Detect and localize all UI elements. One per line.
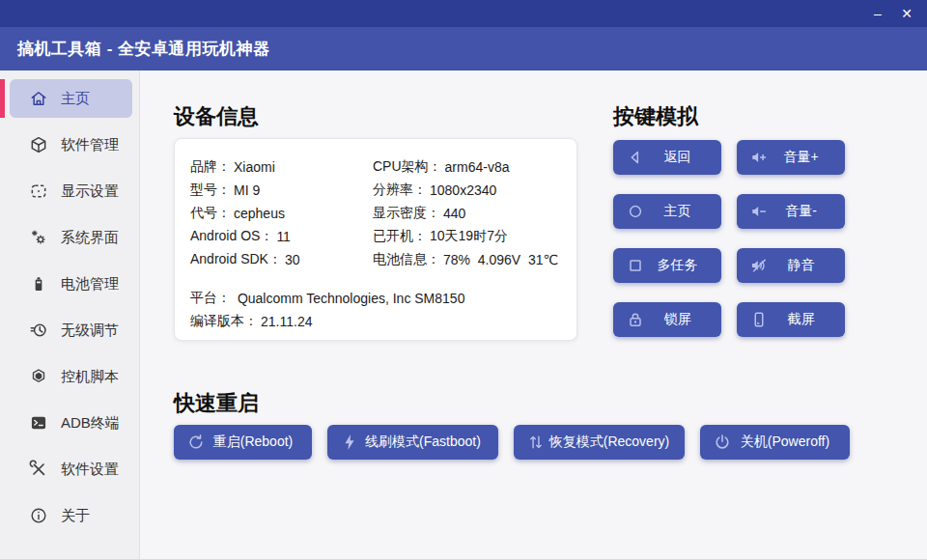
android-sdk-row: Android SDK：30 bbox=[190, 248, 300, 271]
screenshot-button[interactable]: 截屏 bbox=[737, 302, 845, 337]
sidebar: 主页 软件管理 显示设置 系统界面 bbox=[0, 70, 140, 559]
tools-icon bbox=[29, 460, 48, 479]
package-icon bbox=[29, 135, 48, 154]
sidebar-item-scripts[interactable]: 控机脚本 bbox=[10, 357, 132, 396]
home-circle-icon bbox=[626, 202, 645, 221]
device-brand-row: 品牌：Xiaomi bbox=[190, 155, 300, 179]
quick-reboot-row: 重启(Reboot) 线刷模式(Fastboot) 恢复模式(Recovery)… bbox=[174, 425, 850, 460]
cpu-arch-row: CPU架构：arm64-v8a bbox=[373, 155, 558, 179]
volume-down-button[interactable]: 音量- bbox=[737, 194, 845, 229]
poweroff-icon bbox=[713, 433, 732, 452]
terminal-icon bbox=[29, 413, 48, 433]
reboot-button[interactable]: 重启(Reboot) bbox=[174, 425, 312, 460]
recovery-icon bbox=[526, 433, 546, 452]
minimize-button[interactable]: – bbox=[863, 0, 892, 27]
sidebar-item-label: 软件管理 bbox=[61, 136, 119, 154]
info-icon bbox=[29, 506, 48, 525]
hexagon-icon bbox=[29, 367, 48, 386]
sidebar-item-label: 关于 bbox=[61, 507, 90, 525]
multitask-button[interactable]: 多任务 bbox=[613, 248, 721, 283]
sidebar-item-label: 控机脚本 bbox=[61, 368, 119, 386]
density-row: 显示密度：440 bbox=[373, 202, 558, 225]
device-info-right-column: CPU架构：arm64-v8a 分辨率：1080x2340 显示密度：440 已… bbox=[373, 155, 558, 271]
device-model-row: 型号：MI 9 bbox=[190, 179, 300, 202]
resolution-row: 分辨率：1080x2340 bbox=[373, 179, 558, 202]
sidebar-item-about[interactable]: 关于 bbox=[10, 496, 132, 535]
volume-down-icon bbox=[749, 202, 769, 221]
sidebar-item-display-settings[interactable]: 显示设置 bbox=[10, 172, 132, 210]
device-info-card: 品牌：Xiaomi 型号：MI 9 代号：cepheus Android OS：… bbox=[174, 138, 577, 341]
display-icon bbox=[29, 182, 48, 201]
device-info-left-column: 品牌：Xiaomi 型号：MI 9 代号：cepheus Android OS：… bbox=[190, 155, 300, 271]
home-icon bbox=[29, 89, 48, 108]
sidebar-item-label: 显示设置 bbox=[61, 182, 119, 201]
volume-up-icon bbox=[749, 148, 769, 167]
volume-up-button[interactable]: 音量+ bbox=[737, 140, 845, 175]
key-simulation-heading: 按键模拟 bbox=[613, 102, 698, 131]
lock-icon bbox=[626, 310, 645, 329]
device-codename-row: 代号：cepheus bbox=[190, 202, 300, 225]
mute-button[interactable]: 静音 bbox=[737, 248, 845, 283]
sidebar-item-stepless-tuning[interactable]: 无级调节 bbox=[10, 311, 132, 350]
battery-icon bbox=[29, 274, 48, 294]
sidebar-item-system-ui[interactable]: 系统界面 bbox=[10, 218, 132, 257]
back-button[interactable]: 返回 bbox=[613, 140, 721, 175]
home-button[interactable]: 主页 bbox=[613, 194, 721, 229]
sidebar-item-adb-terminal[interactable]: ADB终端 bbox=[10, 404, 132, 442]
battery-info-row: 电池信息：78% 4.096V 31℃ bbox=[373, 248, 558, 271]
gears-icon bbox=[29, 228, 48, 247]
app-title: 搞机工具箱 - 全安卓通用玩机神器 bbox=[17, 38, 270, 60]
uptime-row: 已开机：10天19时7分 bbox=[373, 225, 558, 248]
sidebar-item-label: 主页 bbox=[61, 90, 90, 108]
mute-icon bbox=[749, 256, 769, 275]
close-button[interactable]: ✕ bbox=[892, 0, 921, 27]
titlebar: 搞机工具箱 - 全安卓通用玩机神器 bbox=[0, 27, 927, 70]
sidebar-item-battery[interactable]: 电池管理 bbox=[10, 265, 132, 303]
sidebar-item-label: ADB终端 bbox=[61, 414, 120, 433]
sidebar-item-label: 软件设置 bbox=[61, 461, 119, 479]
fastboot-button[interactable]: 线刷模式(Fastboot) bbox=[327, 425, 498, 460]
fastboot-icon bbox=[340, 433, 359, 452]
screenshot-icon bbox=[749, 310, 769, 329]
device-info-heading: 设备信息 bbox=[174, 102, 259, 131]
window-controls-bar: – ✕ bbox=[0, 0, 927, 27]
key-simulation-grid: 返回 音量+ 主页 音量- 多任务 bbox=[613, 140, 845, 337]
sidebar-item-label: 系统界面 bbox=[61, 229, 119, 247]
back-icon bbox=[626, 148, 645, 167]
recovery-button[interactable]: 恢复模式(Recovery) bbox=[514, 425, 685, 460]
poweroff-button[interactable]: 关机(Poweroff) bbox=[700, 425, 850, 460]
app-window: – ✕ 搞机工具箱 - 全安卓通用玩机神器 主页 软件管理 bbox=[0, 0, 927, 560]
device-info-bottom-column: 平台： Qualcomm Technologies, Inc SM8150 编译… bbox=[190, 287, 464, 333]
android-os-row: Android OS：11 bbox=[190, 225, 300, 248]
sidebar-item-app-settings[interactable]: 软件设置 bbox=[10, 450, 132, 489]
sidebar-item-label: 电池管理 bbox=[61, 275, 119, 294]
reboot-icon bbox=[186, 433, 206, 452]
tuner-clock-icon bbox=[29, 321, 48, 340]
main-content: 设备信息 品牌：Xiaomi 型号：MI 9 代号：cepheus Androi… bbox=[140, 70, 927, 559]
multitask-icon bbox=[626, 256, 645, 275]
lock-screen-button[interactable]: 锁屏 bbox=[613, 302, 721, 337]
sidebar-item-home[interactable]: 主页 bbox=[10, 79, 132, 118]
platform-row: 平台： Qualcomm Technologies, Inc SM8150 bbox=[190, 287, 464, 310]
sidebar-item-app-manager[interactable]: 软件管理 bbox=[10, 126, 132, 164]
selected-accent-bar bbox=[0, 79, 5, 118]
quick-reboot-heading: 快速重启 bbox=[174, 389, 259, 418]
sidebar-item-label: 无级调节 bbox=[61, 322, 119, 340]
build-version-row: 编译版本：21.11.24 bbox=[190, 310, 464, 333]
